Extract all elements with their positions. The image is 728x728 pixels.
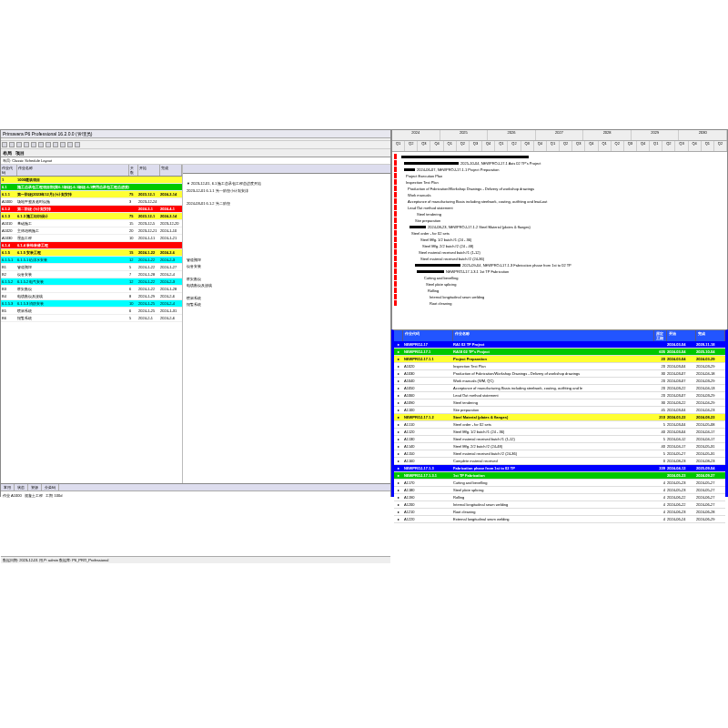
- table-row[interactable]: ▸A1200Internal longitudinal seam welding…: [394, 501, 725, 509]
- table-row[interactable]: ▸A1120Steel Mfg. 1/2 batch#1 (24 - 36)40…: [394, 429, 725, 436]
- gantt-row[interactable]: Steel material received batch#1 (1-12): [394, 249, 480, 255]
- table-row[interactable]: ▸A1170Cutting and bevelling42024-05-2320…: [394, 480, 725, 487]
- redo-icon[interactable]: [60, 142, 66, 147]
- table-row[interactable]: ▸NEWPROJ-17.1.2Steel Material (plates & …: [394, 414, 725, 421]
- table-row[interactable]: B5喷淋系统62024-1-252024-1-31: [1, 308, 182, 315]
- gantt-row[interactable]: Rolling: [394, 288, 439, 293]
- table-row[interactable]: 11000建筑项目: [1, 177, 182, 184]
- gantt-bar[interactable]: [404, 162, 459, 165]
- table-row[interactable]: ▸A1210Root cleaning42024-06-232024-06-28: [394, 509, 725, 516]
- details-pane[interactable]: 常用状态资源分类码 作业 A1000 混凝土工程 工期 100d: [1, 483, 390, 556]
- table-row[interactable]: B6报警系统52024-2-12024-2-6: [1, 315, 182, 322]
- table-row[interactable]: 6.1施工总承包工程项目部(第6.1标段)-6.1标段-6-1费用总承包工程总进…: [1, 184, 182, 191]
- table-row[interactable]: ▸A1220External longitudinal seam welding…: [394, 516, 725, 523]
- gantt-bar[interactable]: [401, 156, 529, 158]
- gantt-bar[interactable]: [410, 226, 426, 228]
- gantt-row[interactable]: Steel tendering: [394, 211, 441, 217]
- gantt-row[interactable]: Project Execution Plan: [394, 173, 442, 178]
- table-row[interactable]: ▸A1040Work manuals (WM, QC)202024-03-072…: [394, 378, 725, 385]
- new-icon[interactable]: [2, 142, 7, 147]
- table-row[interactable]: ▸NEWPROJ-17.1.1Project Preparation202024…: [394, 356, 725, 363]
- gantt-row[interactable]: Steel plate splicing: [394, 281, 456, 287]
- print-icon[interactable]: [24, 142, 29, 147]
- table-row[interactable]: A1000场地平整及临时设施32023-12-24: [1, 198, 182, 206]
- activity-table[interactable]: 作业代码 作业名称 天数 开始 完成 11000建筑项目6.1施工总承包工程项目…: [1, 165, 183, 483]
- row-icon: ▸: [394, 443, 403, 450]
- details-tabs[interactable]: 常用状态资源分类码: [1, 484, 390, 491]
- table-row[interactable]: ▸A1140Steel Mfg. 2/2 batch#2 (24-48)4020…: [394, 443, 725, 450]
- table-row[interactable]: ▸A1060Lead Out method statement202024-03…: [394, 392, 725, 399]
- table-row[interactable]: ▸A1100Site preparation452024-03-042024-0…: [394, 407, 725, 414]
- table-row[interactable]: ▸A1180Steel plate splicing42024-05-23202…: [394, 487, 725, 494]
- table-row[interactable]: ▸A1090Steel tendering302024-03-222024-04…: [394, 399, 725, 407]
- gantt-row[interactable]: [394, 154, 531, 159]
- activity-table-right[interactable]: 作业代码 作业名称 原定工期 开始 完成 ▸NEWPROJ-17RA1 02 T…: [391, 329, 728, 497]
- table-row[interactable]: A1030屋面工程102024-1-112024-1-21: [1, 235, 182, 242]
- gantt-row[interactable]: Internal longitudinal seam welding: [394, 294, 484, 299]
- table-row[interactable]: B1管道预埋52024-1-222024-1-27: [1, 264, 182, 271]
- gantt-row[interactable]: Inspection Test Plan: [394, 179, 439, 185]
- table-row[interactable]: ▸A1190Rolling42024-06-222024-06-27: [394, 494, 725, 501]
- table-row[interactable]: 6.1.5.16.1.5.1 给排水安装122024-1-222024-2-3: [1, 257, 182, 264]
- diamond-icon: [394, 224, 397, 229]
- gantt-row[interactable]: 2025-10-04, NEWPROJ-17.1 Axis 02 TP's Pr…: [394, 160, 541, 166]
- gantt-row[interactable]: Site preparation: [394, 217, 440, 223]
- gantt-row[interactable]: Lead Out method statement: [394, 205, 453, 210]
- gantt-bar[interactable]: [404, 168, 415, 171]
- table-row[interactable]: ▸A1110Steel order - for 02 sets52024-03-…: [394, 421, 725, 429]
- tab-layout[interactable]: 布局: [3, 150, 12, 156]
- table-row[interactable]: ▸A1160Complete material received02024-08…: [394, 458, 725, 465]
- gantt-row[interactable]: NEWPROJ-17.1.3.1 1st TP Fabrication: [394, 268, 509, 274]
- zoom-in-icon[interactable]: [67, 142, 73, 147]
- undo-icon[interactable]: [53, 142, 58, 147]
- row-icon: ▸: [394, 472, 403, 479]
- table-row[interactable]: B4电缆敷设及接线82024-1-292024-2-6: [1, 293, 182, 300]
- cut-icon[interactable]: [31, 142, 36, 147]
- copy-icon[interactable]: [38, 142, 44, 147]
- gantt-row[interactable]: Production of Fabrication/Workshop Drawi…: [394, 186, 534, 191]
- table-row[interactable]: ▸NEWPROJ-17.1RA18 02 TP's Project6052024…: [394, 349, 725, 356]
- gantt-row[interactable]: 2024-08-23, NEWPROJ-17.1.2 Steel Materia…: [394, 224, 531, 229]
- table-row[interactable]: 6.1.5.36.1.5.3 消防安装102024-1-252024-2-4: [1, 300, 182, 308]
- table-row[interactable]: 6.1.46.1.4 装饰装修工程: [1, 242, 182, 249]
- zoom-out-icon[interactable]: [75, 142, 80, 147]
- table-row[interactable]: 6.1.5.26.1.5.2 电气安装122024-1-222024-2-3: [1, 278, 182, 286]
- gantt-row[interactable]: Steel material received batch#2 (24-36): [394, 256, 484, 261]
- gantt-row[interactable]: 2025-09-04, NEWPROJ-17.1.3 Fabrication p…: [394, 262, 571, 268]
- row-icon: ▸: [394, 480, 403, 486]
- table-row[interactable]: A1020主体结构施工202023-12-212024-1-10: [1, 228, 182, 235]
- table-row[interactable]: ▸A1020Inspection Test Plan202024-03-0420…: [394, 363, 725, 370]
- gantt-row[interactable]: Root cleaning: [394, 300, 451, 306]
- table-row[interactable]: 6.1.1第一阶段(2023年12月)小计划安排752023-12-12024-…: [1, 191, 182, 198]
- gantt-row[interactable]: Steel Mfg. 2/2 batch#2 (24 - 48): [394, 243, 473, 248]
- gantt-comparison[interactable]: 2024202520262027202820292030 Q1Q2Q3Q4Q1Q…: [391, 129, 728, 329]
- gantt-chart[interactable]: ▼ 2023-12-01, 6.1 施工总承包工程总进度开始2023-12-01…: [183, 165, 390, 483]
- gantt-label: ▼ 2023-12-01, 6.1 施工总承包工程总进度开始: [187, 181, 261, 186]
- gantt-row[interactable]: Cutting and bevelling: [394, 275, 458, 280]
- table-row[interactable]: ▸A1030Production of Fabrication/Workshop…: [394, 370, 725, 378]
- table-row[interactable]: A1010基础施工152023-12-52023-12-20: [1, 220, 182, 228]
- table-row[interactable]: ▸NEWPROJ-17RA1 02 TP Project2024-03-0420…: [394, 341, 725, 349]
- gantt-row[interactable]: 2024-06-07, NEWPROJ-17.1.1 Project Prepa…: [394, 167, 500, 172]
- tab-project[interactable]: 项目: [15, 150, 25, 156]
- table-row[interactable]: 6.1.36.1.3 施工组织设计752023-12-12024-2-14: [1, 213, 182, 220]
- table-row[interactable]: 6.1.2第二阶段 小计划安排2024-3-12024-4-1: [1, 206, 182, 213]
- gantt-row[interactable]: Steel Mfg. 1/2 batch#1 (24 - 36): [394, 237, 471, 242]
- gantt-bar[interactable]: [417, 270, 444, 273]
- table-row[interactable]: ▸NEWPROJ-17.1.3Fabrication phase from 1s…: [394, 465, 725, 472]
- table-row[interactable]: ▸A1150Steel material received batch#2 (2…: [394, 450, 725, 458]
- paste-icon[interactable]: [46, 142, 51, 147]
- open-icon[interactable]: [9, 142, 15, 147]
- toolbar[interactable]: [1, 141, 390, 149]
- table-row[interactable]: 6.1.56.1.5 安装工程152024-1-222024-2-6: [1, 249, 182, 257]
- gantt-bar[interactable]: [415, 264, 460, 267]
- gantt-row[interactable]: Work manuals: [394, 192, 431, 197]
- gantt-row[interactable]: Steel order - for 02 sets: [394, 230, 450, 236]
- save-icon[interactable]: [16, 142, 22, 147]
- table-row[interactable]: ▸NEWPROJ-17.1.3.11st TP Fabrication2024-…: [394, 472, 725, 480]
- table-row[interactable]: ▸A1050Acceptance of manufacturing Basis …: [394, 385, 725, 392]
- gantt-row[interactable]: Acceptance of manufacturing Basis includ…: [394, 198, 547, 204]
- table-row[interactable]: B2设备安装72024-1-282024-2-4: [1, 271, 182, 278]
- table-row[interactable]: B3桥架敷设62024-1-222024-1-28: [1, 286, 182, 293]
- table-row[interactable]: ▸A1130Steel material received batch#1 (1…: [394, 436, 725, 443]
